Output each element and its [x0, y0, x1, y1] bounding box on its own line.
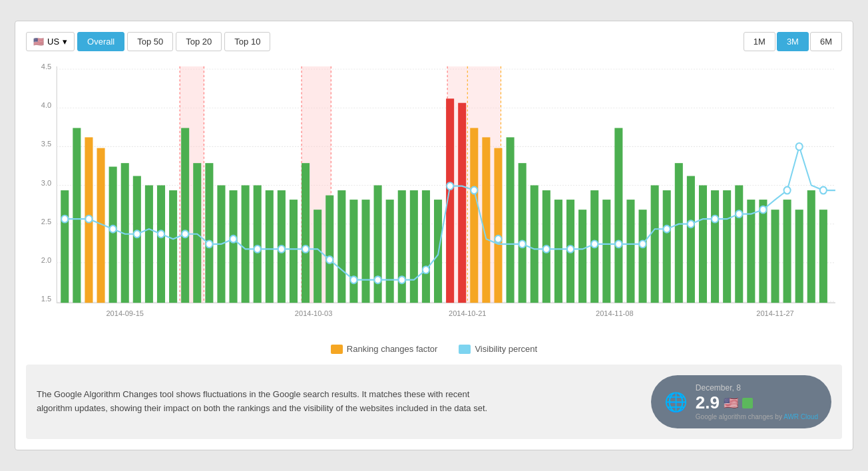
svg-point-96: [206, 240, 212, 247]
svg-rect-60: [470, 128, 478, 303]
svg-point-112: [591, 240, 598, 247]
legend-ranking-color: [331, 345, 343, 354]
svg-point-108: [495, 236, 501, 243]
svg-point-114: [640, 240, 646, 247]
svg-rect-81: [723, 190, 731, 303]
chart-area: 4.5 4.0 3.5 3.0 2.5 2.0 1.5: [26, 59, 842, 339]
svg-point-99: [278, 245, 285, 253]
svg-rect-40: [229, 190, 237, 303]
svg-rect-76: [663, 190, 671, 303]
svg-rect-45: [290, 200, 298, 303]
svg-rect-27: [73, 128, 81, 303]
svg-rect-49: [337, 190, 345, 303]
svg-rect-62: [494, 148, 502, 303]
badge-date: December, 8: [696, 383, 818, 392]
country-label: US: [47, 37, 59, 47]
svg-point-101: [326, 256, 333, 263]
svg-rect-84: [759, 200, 767, 303]
svg-point-90: [61, 216, 68, 223]
svg-text:3.5: 3.5: [41, 140, 51, 148]
filter-top50[interactable]: Top 50: [127, 32, 173, 51]
legend-visibility-color: [459, 345, 471, 354]
badge-info: December, 8 2.9 🇺🇸 Google algorithm chan…: [696, 383, 818, 420]
svg-rect-51: [361, 200, 369, 303]
timeframe-6m[interactable]: 6M: [810, 32, 842, 51]
country-selector[interactable]: 🇺🇸 US ▾: [26, 32, 75, 51]
timeframe-1m[interactable]: 1M: [744, 32, 775, 51]
svg-point-103: [375, 276, 381, 283]
svg-rect-71: [602, 200, 610, 303]
svg-rect-75: [651, 186, 659, 303]
svg-rect-83: [747, 200, 755, 303]
badge-green-square: [742, 398, 753, 408]
svg-rect-64: [519, 163, 527, 303]
timeframe-3m[interactable]: 3M: [777, 32, 809, 51]
svg-rect-53: [386, 200, 394, 303]
svg-point-120: [784, 187, 791, 194]
toolbar-left: 🇺🇸 US ▾ Overall Top 50 Top 20 Top 10: [26, 32, 270, 51]
filter-top10[interactable]: Top 10: [224, 32, 270, 51]
svg-rect-73: [626, 200, 634, 303]
svg-rect-43: [266, 190, 274, 303]
svg-rect-72: [614, 128, 622, 303]
svg-rect-38: [205, 163, 213, 303]
filter-top20[interactable]: Top 20: [176, 32, 222, 51]
svg-rect-79: [699, 186, 707, 303]
badge-globe-icon: 🌐: [664, 391, 688, 413]
svg-rect-35: [169, 190, 177, 303]
svg-rect-32: [133, 176, 141, 303]
svg-point-111: [567, 245, 574, 253]
toolbar-right: 1M 3M 6M: [744, 32, 842, 51]
svg-text:2.5: 2.5: [41, 217, 51, 225]
svg-point-106: [447, 182, 453, 190]
svg-rect-47: [314, 210, 322, 303]
svg-rect-34: [157, 186, 165, 303]
svg-rect-30: [109, 167, 117, 303]
country-flag: 🇺🇸: [33, 37, 44, 47]
svg-point-105: [423, 266, 429, 273]
svg-point-110: [543, 245, 550, 253]
svg-point-119: [760, 206, 766, 214]
chart-legend: Ranking changes factor Visibility percen…: [26, 344, 842, 354]
svg-point-109: [519, 240, 526, 247]
main-chart: 4.5 4.0 3.5 3.0 2.5 2.0 1.5: [26, 59, 842, 339]
svg-rect-50: [349, 200, 357, 303]
svg-rect-78: [687, 176, 695, 303]
svg-rect-88: [807, 190, 815, 303]
svg-rect-41: [242, 186, 250, 303]
svg-rect-82: [735, 186, 743, 303]
svg-rect-36: [181, 128, 189, 303]
svg-point-118: [736, 210, 742, 218]
svg-text:2014-09-15: 2014-09-15: [106, 309, 143, 317]
toolbar: 🇺🇸 US ▾ Overall Top 50 Top 20 Top 10 1M …: [26, 32, 842, 51]
svg-text:3.0: 3.0: [41, 178, 51, 186]
svg-point-93: [134, 230, 140, 237]
legend-visibility-label: Visibility percent: [475, 344, 537, 354]
svg-point-107: [471, 187, 477, 194]
footer-description: The Google Algorithm Changes tool shows …: [37, 388, 489, 416]
svg-text:2014-10-21: 2014-10-21: [449, 309, 486, 317]
svg-text:1.5: 1.5: [41, 295, 51, 303]
svg-text:4.0: 4.0: [41, 101, 51, 109]
svg-point-91: [85, 216, 92, 223]
svg-point-121: [796, 143, 803, 150]
svg-text:2014-11-27: 2014-11-27: [756, 309, 793, 317]
svg-point-116: [688, 220, 694, 228]
footer-section: The Google Algorithm Changes tool shows …: [26, 365, 842, 439]
svg-rect-37: [193, 163, 201, 303]
svg-rect-67: [554, 200, 562, 303]
svg-rect-26: [61, 190, 69, 303]
svg-point-117: [712, 216, 718, 223]
svg-rect-69: [578, 210, 586, 303]
badge-value-row: 2.9 🇺🇸: [696, 392, 818, 413]
svg-point-115: [664, 226, 670, 233]
svg-text:2.0: 2.0: [41, 256, 51, 264]
legend-ranking-label: Ranking changes factor: [347, 344, 438, 354]
badge-subtitle: Google algorithm changes by AWR Cloud: [696, 413, 818, 420]
svg-point-97: [230, 236, 237, 243]
dropdown-icon: ▾: [63, 37, 67, 47]
svg-rect-77: [675, 163, 683, 303]
filter-overall[interactable]: Overall: [77, 32, 124, 51]
awr-link[interactable]: AWR Cloud: [783, 413, 818, 420]
svg-point-113: [615, 240, 622, 247]
